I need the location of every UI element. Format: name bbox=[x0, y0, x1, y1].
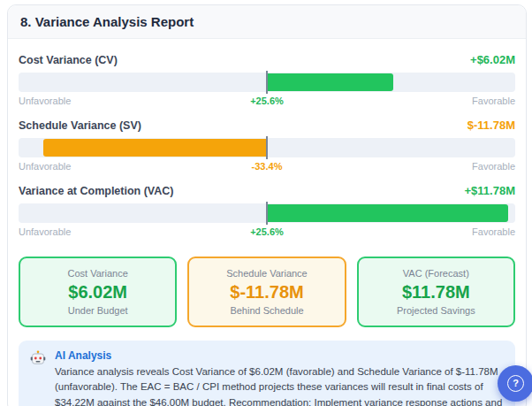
variance-label: Variance at Completion (VAC) bbox=[19, 185, 174, 197]
variance-row-vac: Variance at Completion (VAC) +$11.78M Un… bbox=[19, 184, 515, 240]
variance-value: +$11.78M bbox=[465, 184, 515, 197]
variance-percent: +25.6% bbox=[250, 226, 284, 237]
card-subtitle: Behind Schedule bbox=[194, 305, 338, 316]
variance-scale: Unfavorable +25.6% Favorable bbox=[19, 96, 515, 109]
variance-value: $-11.78M bbox=[467, 119, 515, 132]
favorable-label: Favorable bbox=[472, 226, 515, 237]
variance-scale: Unfavorable +25.6% Favorable bbox=[19, 226, 515, 240]
variance-row-header: Cost Variance (CV) +$6.02M bbox=[19, 53, 515, 66]
summary-cards: Cost Variance $6.02M Under Budget Schedu… bbox=[19, 257, 515, 327]
summary-card-schedule-variance: Schedule Variance $-11.78M Behind Schedu… bbox=[187, 257, 346, 327]
variance-bar-fill bbox=[267, 204, 508, 222]
card-subtitle: Projected Savings bbox=[364, 305, 508, 316]
center-marker bbox=[266, 202, 268, 225]
card-value: $11.78M bbox=[364, 282, 508, 303]
question-mark-icon: ? bbox=[507, 375, 524, 392]
card-value: $-11.78M bbox=[194, 282, 338, 303]
card-subtitle: Under Budget bbox=[26, 305, 170, 316]
report-body: Cost Variance (CV) +$6.02M Unfavorable +… bbox=[8, 39, 526, 406]
variance-bar-fill bbox=[43, 139, 267, 157]
variance-percent: +25.6% bbox=[250, 96, 284, 106]
unfavorable-label: Unfavorable bbox=[19, 226, 71, 237]
ai-analysis-title: AI Analysis bbox=[55, 349, 504, 362]
report-title: 8. Variance Analysis Report bbox=[20, 14, 194, 29]
card-title: Cost Variance bbox=[26, 268, 170, 279]
robot-icon bbox=[30, 349, 46, 406]
center-marker bbox=[266, 136, 268, 159]
card-value: $6.02M bbox=[26, 282, 170, 303]
help-button[interactable]: ? bbox=[498, 365, 532, 402]
variance-row-cv: Cost Variance (CV) +$6.02M Unfavorable +… bbox=[19, 53, 515, 109]
variance-row-sv: Schedule Variance (SV) $-11.78M Unfavora… bbox=[19, 119, 515, 174]
variance-row-header: Variance at Completion (VAC) +$11.78M bbox=[19, 184, 515, 197]
unfavorable-label: Unfavorable bbox=[19, 96, 71, 106]
variance-percent: -33.4% bbox=[252, 161, 283, 172]
variance-scale: Unfavorable -33.4% Favorable bbox=[19, 161, 515, 174]
variance-bar-track bbox=[19, 73, 515, 92]
unfavorable-label: Unfavorable bbox=[19, 161, 71, 172]
ai-analysis-panel: AI Analysis Variance analysis reveals Co… bbox=[19, 341, 515, 406]
variance-bar-track bbox=[19, 138, 515, 157]
variance-bar-track bbox=[19, 203, 515, 223]
center-marker bbox=[266, 71, 268, 94]
summary-card-cost-variance: Cost Variance $6.02M Under Budget bbox=[19, 257, 177, 327]
card-title: VAC (Forecast) bbox=[364, 268, 508, 279]
ai-analysis-text: Variance analysis reveals Cost Variance … bbox=[55, 364, 504, 406]
favorable-label: Favorable bbox=[472, 96, 515, 106]
variance-label: Schedule Variance (SV) bbox=[19, 119, 141, 132]
variance-value: +$6.02M bbox=[470, 53, 515, 66]
variance-label: Cost Variance (CV) bbox=[19, 54, 118, 66]
report-header: 8. Variance Analysis Report bbox=[8, 5, 526, 39]
card-title: Schedule Variance bbox=[194, 268, 338, 279]
variance-report-card: 8. Variance Analysis Report Cost Varianc… bbox=[7, 4, 527, 406]
summary-card-vac-forecast: VAC (Forecast) $11.78M Projected Savings bbox=[357, 257, 515, 327]
favorable-label: Favorable bbox=[472, 161, 515, 172]
variance-bar-fill bbox=[267, 73, 393, 91]
variance-row-header: Schedule Variance (SV) $-11.78M bbox=[19, 119, 515, 132]
ai-analysis-content: AI Analysis Variance analysis reveals Co… bbox=[55, 349, 504, 406]
